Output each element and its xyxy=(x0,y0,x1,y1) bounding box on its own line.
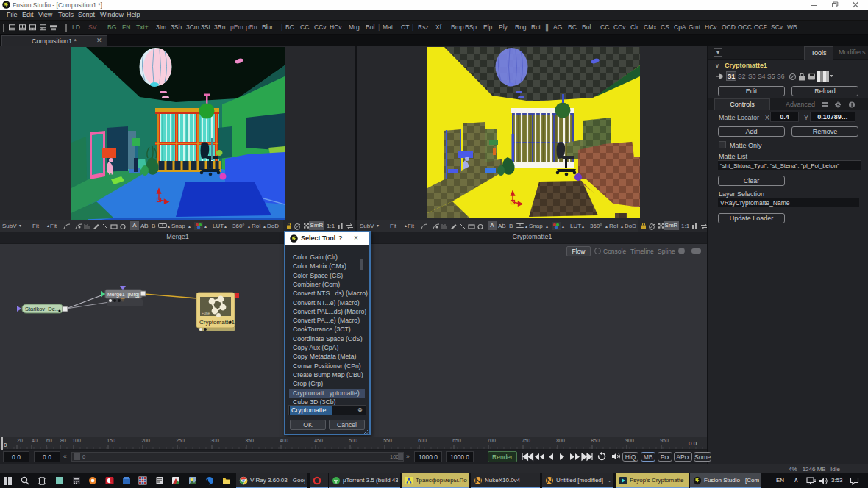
svg-text:Starikov_De...: Starikov_De... xyxy=(25,306,60,312)
svg-text:Merge1 [Mrg]: Merge1 [Mrg] xyxy=(107,292,140,298)
svg-text:Fuse: Fuse xyxy=(202,311,210,315)
